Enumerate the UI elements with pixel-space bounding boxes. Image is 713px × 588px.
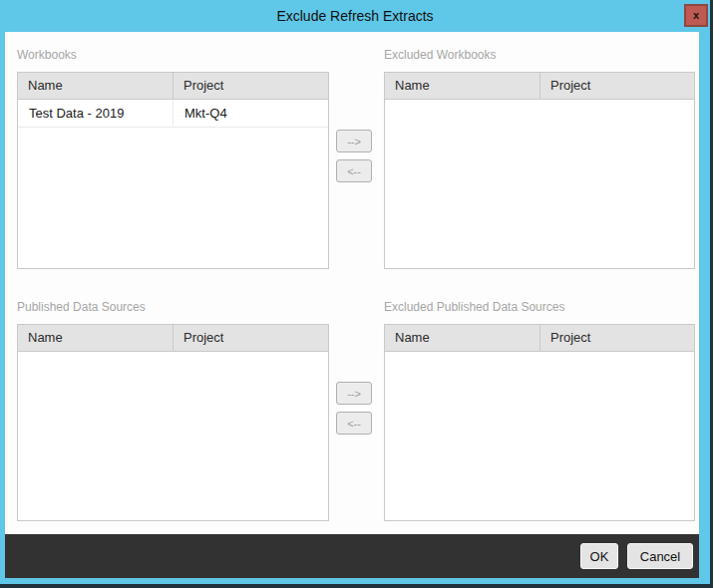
column-header-project[interactable]: Project (539, 73, 694, 99)
data-sources-move-left-button[interactable]: <-- (336, 412, 372, 435)
published-data-sources-table-header: Name Project (18, 325, 328, 352)
column-header-project[interactable]: Project (173, 73, 328, 99)
close-button[interactable]: x (684, 4, 708, 27)
excluded-workbooks-table: Name Project (384, 72, 695, 269)
row-project-cell: Mkt-Q4 (173, 100, 328, 127)
data-sources-move-right-button[interactable]: --> (336, 382, 372, 405)
dialog-content: Workbooks Name Project Test Data - 2019 … (5, 32, 699, 534)
column-header-project[interactable]: Project (539, 325, 694, 351)
workbooks-label: Workbooks (17, 48, 77, 62)
ok-button[interactable]: OK (580, 543, 618, 569)
close-icon: x (693, 10, 699, 21)
titlebar[interactable]: Exclude Refresh Extracts (0, 0, 710, 32)
excluded-published-data-sources-table-header: Name Project (385, 325, 694, 352)
column-header-project[interactable]: Project (173, 325, 328, 351)
exclude-refresh-extracts-dialog: Exclude Refresh Extracts x Workbooks Nam… (0, 0, 713, 588)
column-header-name[interactable]: Name (385, 325, 539, 351)
published-data-sources-label: Published Data Sources (17, 300, 146, 314)
workbooks-move-right-button[interactable]: --> (336, 130, 372, 152)
excluded-published-data-sources-table: Name Project (384, 324, 695, 521)
dialog-title: Exclude Refresh Extracts (276, 8, 433, 24)
row-name-cell: Test Data - 2019 (18, 100, 173, 127)
excluded-workbooks-label: Excluded Workbooks (384, 48, 497, 62)
table-row[interactable]: Test Data - 2019 Mkt-Q4 (18, 100, 328, 128)
workbooks-move-left-button[interactable]: <-- (336, 159, 372, 182)
column-header-name[interactable]: Name (385, 73, 539, 99)
workbooks-table-header: Name Project (18, 73, 328, 100)
column-header-name[interactable]: Name (18, 73, 173, 99)
column-header-name[interactable]: Name (18, 325, 173, 351)
published-data-sources-table: Name Project (17, 324, 329, 521)
excluded-workbooks-table-header: Name Project (385, 73, 694, 100)
footer-bar: OK Cancel (5, 534, 699, 578)
cancel-button[interactable]: Cancel (627, 543, 693, 569)
excluded-published-data-sources-label: Excluded Published Data Sources (384, 300, 564, 314)
workbooks-table: Name Project Test Data - 2019 Mkt-Q4 (17, 72, 329, 269)
